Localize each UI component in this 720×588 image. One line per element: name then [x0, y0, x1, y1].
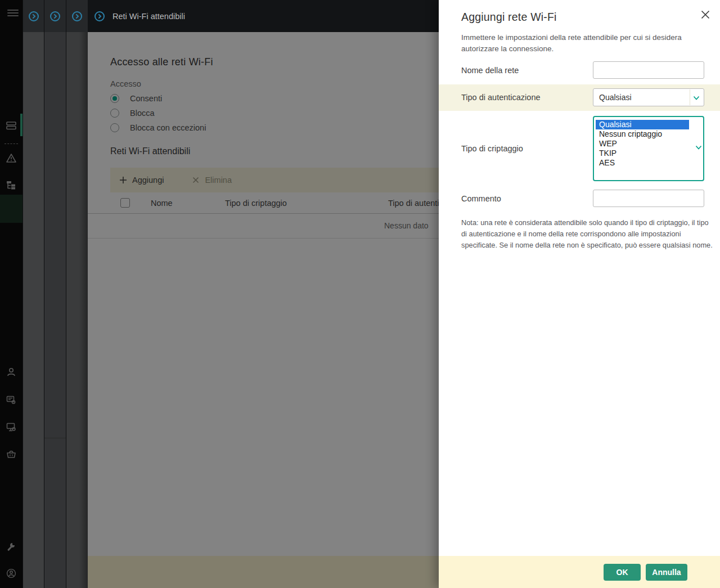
hierarchy-tree-icon[interactable] [6, 180, 16, 190]
encryption-type-label: Tipo di criptaggio [461, 144, 523, 153]
monitoring-icon[interactable] [6, 120, 16, 131]
listbox-option[interactable]: TKIP [596, 149, 689, 158]
sidebar-item-active[interactable] [0, 195, 22, 223]
remote-install-icon[interactable] [6, 422, 16, 432]
drill-circle-icon [94, 11, 105, 22]
listbox-option[interactable]: Nessun criptaggio [596, 129, 689, 139]
active-tab-header[interactable]: Reti Wi-Fi attendibili [88, 0, 439, 32]
hamburger-menu-icon[interactable] [7, 10, 19, 17]
auth-type-select[interactable]: Qualsiasi [593, 88, 704, 106]
comment-label: Commento [461, 194, 501, 203]
drill-circle-icon [71, 11, 83, 22]
settings-content: Accesso alle reti Wi-Fi Accesso Consenti… [88, 32, 439, 588]
panel-description: Immettere le impostazioni della rete att… [461, 32, 700, 54]
marketplace-basket-icon[interactable] [6, 449, 16, 459]
listbox-option-selected[interactable]: Qualsiasi [596, 120, 689, 129]
collapsed-panel-1 [22, 0, 44, 588]
collapsed-panel-3 [66, 0, 88, 588]
collapsed-panel-2 [44, 0, 66, 588]
policies-gear-icon[interactable] [6, 395, 16, 405]
collapsed-panels [22, 0, 88, 588]
network-name-input[interactable] [593, 61, 704, 79]
chevron-down-icon [693, 96, 700, 101]
panel-note: Nota: una rete è considerata attendibile… [461, 217, 713, 250]
listbox-option[interactable]: AES [596, 158, 689, 168]
comment-input[interactable] [593, 190, 704, 207]
listbox-option[interactable]: WEP [596, 139, 689, 149]
modal-dim-overlay [88, 32, 439, 588]
collapsed-panel-body[interactable] [66, 32, 88, 588]
main-sidebar [0, 0, 22, 588]
active-section-accent [20, 114, 22, 136]
alerts-warning-icon[interactable] [6, 153, 16, 163]
collapsed-tab-1[interactable] [23, 0, 44, 32]
drill-circle-icon [50, 11, 61, 22]
panel-title: Aggiungi rete Wi-Fi [461, 11, 557, 24]
encryption-type-listbox[interactable]: Qualsiasi Nessun criptaggio WEP TKIP AES [593, 116, 704, 181]
select-divider [690, 89, 690, 105]
page-title: Reti Wi-Fi attendibili [112, 12, 185, 21]
ok-button[interactable]: OK [604, 564, 641, 581]
panel-footer-bar: OK Annulla [439, 556, 720, 588]
collapsed-tab-2[interactable] [44, 0, 66, 32]
drill-circle-icon [28, 11, 39, 22]
collapsed-tab-3[interactable] [66, 0, 88, 32]
app-root: Reti Wi-Fi attendibili Accesso alle reti… [0, 0, 720, 588]
collapsed-panel-body[interactable] [44, 32, 66, 588]
auth-type-value: Qualsiasi [593, 93, 632, 102]
collapsed-panel-body[interactable] [23, 32, 44, 588]
account-icon[interactable] [6, 568, 16, 578]
settings-wrench-icon[interactable] [6, 541, 16, 551]
close-icon[interactable] [700, 10, 710, 20]
network-name-label: Nome della rete [461, 66, 519, 75]
auth-type-label: Tipo di autenticazione [461, 93, 541, 102]
add-wifi-panel: Aggiungi rete Wi-Fi Immettere le imposta… [439, 0, 720, 588]
chevron-down-icon [695, 145, 702, 150]
sidebar-divider [4, 143, 18, 144]
cancel-button[interactable]: Annulla [646, 564, 687, 581]
users-icon[interactable] [6, 367, 16, 377]
